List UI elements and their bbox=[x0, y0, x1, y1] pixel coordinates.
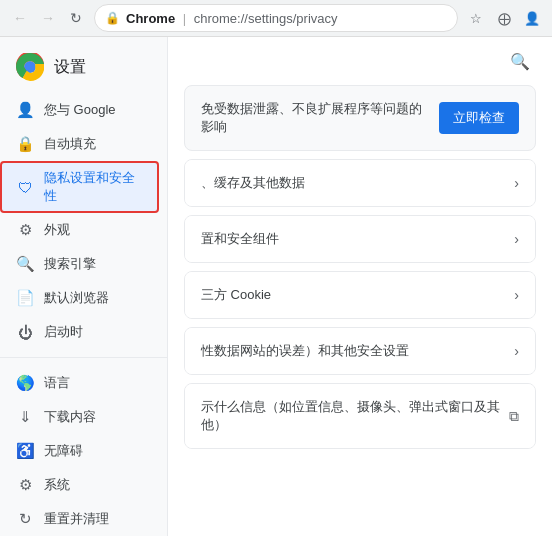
bookmark-button[interactable]: ☆ bbox=[464, 6, 488, 30]
content-area: 🔍 免受数据泄露、不良扩展程序等问题的影响 立即检查 、缓存及其他数据 › 置和… bbox=[168, 37, 552, 536]
browser-icon: 📄 bbox=[16, 289, 34, 307]
check-now-button[interactable]: 立即检查 bbox=[439, 102, 519, 134]
search-bar-row: 🔍 bbox=[168, 37, 552, 85]
sidebar-item-accessibility[interactable]: ♿ 无障碍 bbox=[0, 434, 159, 468]
profile-button[interactable]: 👤 bbox=[520, 6, 544, 30]
download-icon: ⇓ bbox=[16, 408, 34, 426]
sidebar-item-browser-label: 默认浏览器 bbox=[44, 289, 109, 307]
sidebar-menu: 👤 您与 Google 🔒 自动填充 🛡 隐私设置和安全性 ⚙ 外观 🔍 搜索引… bbox=[0, 89, 167, 353]
sidebar-item-downloads-label: 下载内容 bbox=[44, 408, 96, 426]
nav-buttons: ← → ↻ bbox=[8, 6, 88, 30]
sidebar-item-reset[interactable]: ↻ 重置并清理 bbox=[0, 502, 159, 536]
language-icon: 🌎 bbox=[16, 374, 34, 392]
sidebar-item-sync[interactable]: 👤 您与 Google bbox=[0, 93, 159, 127]
site-settings-section: 示什么信息（如位置信息、摄像头、弹出式窗口及其他） ⧉ bbox=[184, 383, 536, 449]
sidebar-item-system-label: 系统 bbox=[44, 476, 70, 494]
sidebar-item-startup-label: 启动时 bbox=[44, 323, 83, 341]
row-arrow-1: › bbox=[514, 175, 519, 191]
site-settings-row[interactable]: 示什么信息（如位置信息、摄像头、弹出式窗口及其他） ⧉ bbox=[185, 384, 535, 448]
sidebar-item-privacy[interactable]: 🛡 隐私设置和安全性 bbox=[0, 161, 159, 213]
sidebar-item-startup[interactable]: ⏻ 启动时 bbox=[0, 315, 159, 349]
reload-button[interactable]: ↻ bbox=[64, 6, 88, 30]
security-section: 置和安全组件 › bbox=[184, 215, 536, 263]
permissions-section: 性数据网站的误差）和其他安全设置 › bbox=[184, 327, 536, 375]
sidebar-item-downloads[interactable]: ⇓ 下载内容 bbox=[0, 400, 159, 434]
site-settings-ext-icon: ⧉ bbox=[509, 408, 519, 425]
site-settings-text: 示什么信息（如位置信息、摄像头、弹出式窗口及其他） bbox=[201, 398, 509, 434]
sidebar-item-privacy-label: 隐私设置和安全性 bbox=[44, 169, 143, 205]
startup-icon: ⏻ bbox=[16, 323, 34, 341]
person-icon: 👤 bbox=[16, 101, 34, 119]
sidebar-item-search-label: 搜索引擎 bbox=[44, 255, 96, 273]
privacy-banner: 免受数据泄露、不良扩展程序等问题的影响 立即检查 bbox=[184, 85, 536, 151]
sidebar-item-sync-label: 您与 Google bbox=[44, 101, 116, 119]
address-divider: | bbox=[183, 11, 190, 26]
security-text: 置和安全组件 bbox=[201, 230, 514, 248]
clear-browsing-data-row[interactable]: 、缓存及其他数据 › bbox=[185, 160, 535, 206]
toolbar-actions: ☆ ⨁ 👤 bbox=[464, 6, 544, 30]
sidebar-title: 设置 bbox=[54, 57, 86, 78]
search-icon: 🔍 bbox=[16, 255, 34, 273]
clear-browsing-data-text: 、缓存及其他数据 bbox=[201, 174, 514, 192]
cookies-section: 三方 Cookie › bbox=[184, 271, 536, 319]
sidebar-header: 设置 bbox=[0, 37, 167, 89]
permissions-row[interactable]: 性数据网站的误差）和其他安全设置 › bbox=[185, 328, 535, 374]
browsing-data-section: 、缓存及其他数据 › bbox=[184, 159, 536, 207]
banner-text: 免受数据泄露、不良扩展程序等问题的影响 bbox=[201, 100, 427, 136]
security-row[interactable]: 置和安全组件 › bbox=[185, 216, 535, 262]
row-arrow-4: › bbox=[514, 343, 519, 359]
permissions-text: 性数据网站的误差）和其他安全设置 bbox=[201, 342, 514, 360]
sidebar-item-language[interactable]: 🌎 语言 bbox=[0, 366, 159, 400]
sidebar-item-autofill[interactable]: 🔒 自动填充 bbox=[0, 127, 159, 161]
address-bar[interactable]: 🔒 Chrome | chrome://settings/privacy bbox=[94, 4, 458, 32]
content-search-button[interactable]: 🔍 bbox=[504, 45, 536, 77]
shield-icon: 🛡 bbox=[16, 178, 34, 196]
accessibility-icon: ♿ bbox=[16, 442, 34, 460]
cookies-text: 三方 Cookie bbox=[201, 286, 514, 304]
sidebar-item-system[interactable]: ⚙ 系统 bbox=[0, 468, 159, 502]
sidebar-item-default-browser[interactable]: 📄 默认浏览器 bbox=[0, 281, 159, 315]
address-url: chrome://settings/privacy bbox=[194, 11, 338, 26]
back-button[interactable]: ← bbox=[8, 6, 32, 30]
sidebar-item-autofill-label: 自动填充 bbox=[44, 135, 96, 153]
forward-button[interactable]: → bbox=[36, 6, 60, 30]
appearance-icon: ⚙ bbox=[16, 221, 34, 239]
sidebar-item-appearance-label: 外观 bbox=[44, 221, 70, 239]
system-icon: ⚙ bbox=[16, 476, 34, 494]
reset-icon: ↻ bbox=[16, 510, 34, 528]
svg-point-2 bbox=[25, 62, 35, 72]
sidebar-divider-1 bbox=[0, 357, 167, 358]
chrome-logo-icon bbox=[16, 53, 44, 81]
sidebar-item-reset-label: 重置并清理 bbox=[44, 510, 109, 528]
chrome-label: Chrome bbox=[126, 11, 175, 26]
extensions-button[interactable]: ⨁ bbox=[492, 6, 516, 30]
sidebar: 设置 👤 您与 Google 🔒 自动填充 🛡 隐私设置和安全性 ⚙ 外观 🔍 … bbox=[0, 37, 168, 536]
sidebar-menu-2: 🌎 语言 ⇓ 下载内容 ♿ 无障碍 ⚙ 系统 ↻ 重置并清理 bbox=[0, 362, 167, 536]
browser-chrome: ← → ↻ 🔒 Chrome | chrome://settings/priva… bbox=[0, 0, 552, 37]
autofill-icon: 🔒 bbox=[16, 135, 34, 153]
row-arrow-3: › bbox=[514, 287, 519, 303]
cookies-row[interactable]: 三方 Cookie › bbox=[185, 272, 535, 318]
sidebar-item-accessibility-label: 无障碍 bbox=[44, 442, 83, 460]
row-arrow-2: › bbox=[514, 231, 519, 247]
lock-icon: 🔒 bbox=[105, 11, 120, 25]
address-text: Chrome | chrome://settings/privacy bbox=[126, 11, 447, 26]
sidebar-item-language-label: 语言 bbox=[44, 374, 70, 392]
sidebar-item-appearance[interactable]: ⚙ 外观 bbox=[0, 213, 159, 247]
sidebar-item-search[interactable]: 🔍 搜索引擎 bbox=[0, 247, 159, 281]
main-layout: 设置 👤 您与 Google 🔒 自动填充 🛡 隐私设置和安全性 ⚙ 外观 🔍 … bbox=[0, 37, 552, 536]
